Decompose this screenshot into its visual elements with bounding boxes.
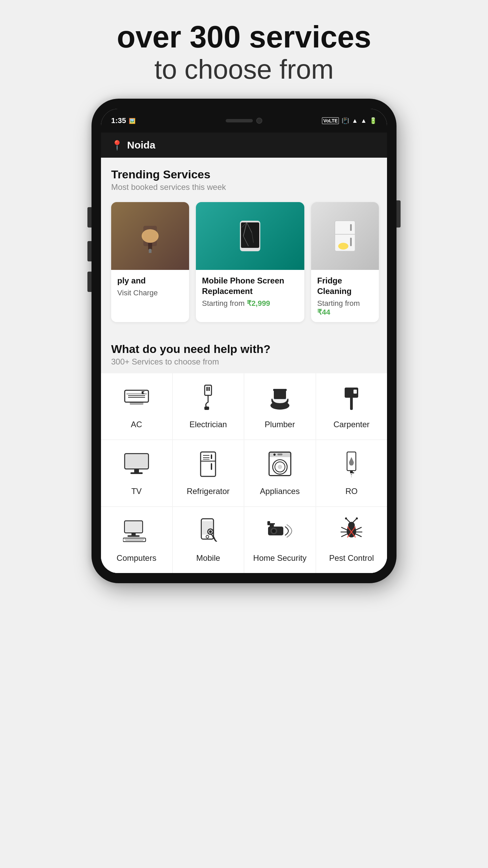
card-image-1 [111, 202, 189, 270]
svg-rect-24 [206, 387, 208, 391]
tv-icon [123, 450, 150, 481]
svg-rect-60 [123, 538, 146, 542]
time-display: 1:35 [111, 116, 126, 125]
location-text[interactable]: Noida [127, 139, 155, 151]
mobile-label: Mobile [196, 553, 220, 563]
card-price-value-2: ₹2,999 [247, 299, 270, 308]
ro-label: RO [345, 487, 358, 496]
svg-rect-25 [208, 387, 210, 391]
trending-section-header: Trending Services Most booked services t… [101, 158, 387, 195]
card-title-2: Mobile Phone Screen Replacement [202, 275, 298, 296]
card-title-1: ply and [117, 275, 183, 286]
vibrate-icon: 📳 [342, 117, 349, 124]
svg-line-81 [341, 527, 347, 530]
svg-line-77 [346, 519, 350, 522]
status-bar: 1:35 🖼️ VoLTE 📳 ▲ ▲ 🔋 [101, 109, 387, 133]
card-body-1: ply and Visit Charge [111, 270, 189, 303]
volume-up-button [87, 207, 92, 228]
service-item-home-security[interactable]: Home Security [244, 507, 316, 573]
svg-rect-59 [127, 535, 140, 537]
plumber-icon [266, 383, 293, 414]
svg-rect-28 [274, 390, 286, 399]
app-topbar[interactable]: 📍 Noida [101, 133, 387, 158]
svg-rect-50 [277, 454, 282, 455]
hero-section: over 300 services to choose from [110, 0, 378, 99]
svg-rect-14 [350, 238, 352, 246]
trending-scroll[interactable]: ply and Visit Charge [101, 195, 387, 329]
svg-rect-57 [125, 522, 142, 532]
svg-point-80 [356, 517, 358, 519]
tv-label: TV [131, 487, 142, 496]
service-item-plumber[interactable]: Plumber [244, 373, 316, 439]
service-item-electrician[interactable]: Electrician [173, 373, 244, 439]
trending-card-2[interactable]: Mobile Phone Screen Replacement Starting… [196, 202, 304, 322]
phone-wrapper: 1:35 🖼️ VoLTE 📳 ▲ ▲ 🔋 📍 Noida [92, 99, 396, 811]
location-pin-icon: 📍 [111, 140, 123, 151]
svg-point-79 [345, 517, 347, 519]
card-price-1: Visit Charge [117, 289, 183, 297]
svg-point-21 [143, 392, 145, 393]
svg-point-76 [348, 522, 355, 529]
svg-rect-53 [350, 472, 354, 473]
plumber-label: Plumber [265, 420, 295, 429]
svg-point-15 [338, 243, 348, 250]
svg-rect-74 [267, 521, 270, 525]
card-image-2 [196, 202, 304, 270]
card-image-3 [311, 202, 379, 270]
service-item-computers[interactable]: Computers [101, 507, 172, 573]
svg-line-84 [356, 527, 362, 530]
svg-point-67 [209, 530, 212, 533]
status-bar-left: 1:35 🖼️ [111, 116, 136, 125]
svg-line-86 [356, 534, 362, 537]
silent-button [87, 272, 92, 292]
power-button [396, 200, 401, 228]
hero-line2: to choose from [117, 54, 371, 85]
svg-line-83 [341, 534, 347, 537]
service-item-mobile[interactable]: Mobile [173, 507, 244, 573]
app-content: Trending Services Most booked services t… [101, 158, 387, 573]
service-item-ro[interactable]: RO [316, 440, 387, 506]
signal-icon: ▲ [361, 117, 367, 124]
computers-label: Computers [117, 553, 156, 563]
appliances-label: Appliances [260, 487, 300, 496]
service-item-appliances[interactable]: Appliances [244, 440, 316, 506]
pest-control-icon [338, 517, 365, 548]
mobile-icon [195, 517, 222, 548]
card-price-2: Starting from ₹2,999 [202, 299, 298, 308]
svg-rect-39 [211, 454, 212, 459]
svg-rect-35 [134, 469, 139, 472]
svg-rect-23 [205, 385, 211, 395]
service-item-carpenter[interactable]: Carpenter [316, 373, 387, 439]
card-body-2: Mobile Phone Screen Replacement Starting… [196, 270, 304, 313]
svg-rect-58 [131, 533, 136, 535]
svg-point-54 [351, 474, 352, 475]
appliances-icon [266, 450, 293, 481]
electrician-label: Electrician [189, 420, 227, 429]
electrician-icon [195, 383, 222, 414]
phone-screen: 1:35 🖼️ VoLTE 📳 ▲ ▲ 🔋 📍 Noida [101, 109, 387, 573]
service-item-tv[interactable]: TV [101, 440, 172, 506]
home-security-label: Home Security [253, 553, 306, 563]
card-price-3: Starting from ₹44 [317, 299, 373, 317]
refrigerator-label: Refrigerator [187, 487, 230, 496]
service-item-ac[interactable]: AC [101, 373, 172, 439]
phone-frame: 1:35 🖼️ VoLTE 📳 ▲ ▲ 🔋 📍 Noida [92, 99, 396, 583]
card-title-3: Fridge Cleaning [317, 275, 373, 296]
trending-card-3[interactable]: Fridge Cleaning Starting from ₹44 [311, 202, 379, 322]
svg-rect-30 [350, 397, 353, 410]
status-bar-right: VoLTE 📳 ▲ ▲ 🔋 [322, 117, 377, 124]
services-grid: AC [101, 373, 387, 573]
svg-point-65 [206, 535, 209, 538]
speaker-grille [226, 119, 253, 122]
notch [210, 114, 278, 127]
trending-card-1[interactable]: ply and Visit Charge [111, 202, 189, 322]
ac-label: AC [131, 420, 142, 429]
svg-rect-36 [130, 472, 143, 474]
svg-rect-16 [125, 390, 148, 402]
svg-line-78 [353, 519, 357, 522]
card-body-3: Fridge Cleaning Starting from ₹44 [311, 270, 379, 322]
service-item-pest-control[interactable]: Pest Control [316, 507, 387, 573]
service-item-refrigerator[interactable]: Refrigerator [173, 440, 244, 506]
svg-point-3 [142, 229, 159, 243]
svg-rect-2 [149, 249, 151, 253]
